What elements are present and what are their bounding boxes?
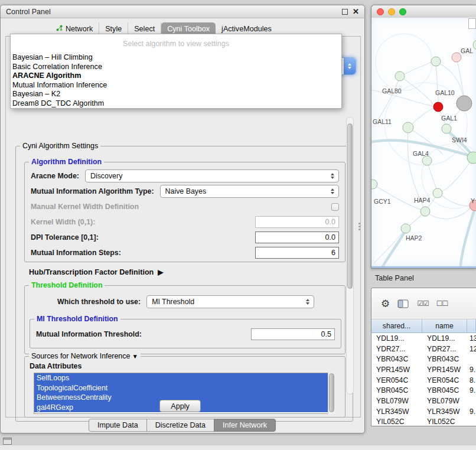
tab-label: Select xyxy=(134,25,155,33)
network-node[interactable] xyxy=(457,96,472,111)
kernel-width-field[interactable] xyxy=(255,216,339,228)
control-panel-titlebar[interactable]: Control Panel ✕ xyxy=(1,5,364,18)
minimize-traffic-light-icon[interactable] xyxy=(388,8,395,15)
table-row[interactable]: YIL052CYIL052C xyxy=(371,417,476,427)
column-header-extra[interactable] xyxy=(467,319,476,332)
algorithm-option-basic-correlation-inference[interactable]: Basic Correlation Inference xyxy=(11,63,341,72)
network-edge[interactable] xyxy=(380,230,406,268)
mi-type-value: Naive Bayes xyxy=(165,187,207,195)
network-edge[interactable] xyxy=(457,57,464,96)
column-header-shared-[interactable]: shared... xyxy=(371,319,422,332)
data-attribute-item-selfloops[interactable]: SelfLoops xyxy=(34,373,334,383)
network-node[interactable] xyxy=(442,124,451,133)
column-header-name[interactable]: name xyxy=(422,319,467,332)
network-node[interactable] xyxy=(420,207,430,216)
network-edge[interactable] xyxy=(374,229,406,263)
table-cell: YLR345W xyxy=(422,407,467,416)
table-cell: 9. xyxy=(467,407,476,416)
which-threshold-row: Which threshold to use: MI Threshold xyxy=(25,294,345,309)
network-canvas[interactable]: GAL80GAL10GAL11GAL1SWI4GAL4GCY1HAP4HAP2G… xyxy=(371,18,476,268)
threshold-definition-group: Threshold Definition Which threshold to … xyxy=(24,285,345,354)
combo-arrows-icon xyxy=(328,185,336,197)
sources-title-text: Sources for Network Inference xyxy=(31,352,130,360)
network-overview-box[interactable] xyxy=(468,18,476,29)
listbox-scrollbar[interactable] xyxy=(328,373,335,414)
threshold-definition-title: Threshold Definition xyxy=(29,281,105,289)
close-icon[interactable]: ✕ xyxy=(353,8,359,15)
network-window-titlebar[interactable] xyxy=(371,5,476,18)
panel-splitter-handle[interactable] xyxy=(357,219,361,233)
mi-steps-row: Mutual Information Steps: xyxy=(25,245,345,260)
table-row[interactable]: YBL079WYBL079W xyxy=(371,396,476,406)
network-node[interactable] xyxy=(452,53,461,62)
close-traffic-light-icon[interactable] xyxy=(377,8,384,15)
hub-transcription-section-toggle[interactable]: Hub/Transcription Factor Definition ▶ xyxy=(29,268,164,276)
manual-kernel-checkbox[interactable] xyxy=(331,203,339,211)
table-row[interactable]: YDR27...YDR27...12 xyxy=(371,344,476,354)
table-row[interactable]: YDL19...YDL19...13 xyxy=(371,333,476,344)
bottom-tab-impute-data[interactable]: Impute Data xyxy=(89,419,147,432)
table-row[interactable]: YLR345WYLR345W9. xyxy=(371,406,476,417)
network-edge[interactable] xyxy=(441,158,473,192)
network-node[interactable] xyxy=(401,224,410,233)
tab-label: Cyni Toolbox xyxy=(167,25,210,33)
node-label-gal11: GAL11 xyxy=(373,118,392,125)
network-edge[interactable] xyxy=(376,76,400,123)
table-row[interactable]: YBR043CYBR043C xyxy=(371,354,476,364)
minimized-panel-icon[interactable] xyxy=(3,438,12,445)
algorithm-option-bayesian-hill-climbing[interactable]: Bayesian – Hill Climbing xyxy=(11,53,341,63)
float-window-icon[interactable] xyxy=(342,9,348,15)
table-row[interactable]: YBR045CYBR045C9. xyxy=(371,385,476,396)
expand-right-icon: ▶ xyxy=(158,268,163,276)
network-node[interactable] xyxy=(403,122,413,133)
algorithm-option-aracne-algorithm[interactable]: ARACNE Algorithm xyxy=(11,71,341,81)
which-threshold-label: Which threshold to use: xyxy=(57,298,141,306)
network-edge[interactable] xyxy=(425,208,471,219)
network-node[interactable] xyxy=(371,180,377,189)
network-node[interactable] xyxy=(467,152,476,164)
gear-icon[interactable]: ⚙ xyxy=(381,299,390,309)
deselect-all-checks-icon[interactable]: ☐☐ xyxy=(436,299,448,308)
algorithm-option-mutual-information-inference[interactable]: Mutual Information Inference xyxy=(11,81,341,90)
bottom-tab-discretize-data[interactable]: Discretize Data xyxy=(146,419,214,432)
table-panel-title: Table Panel xyxy=(375,274,414,282)
bottom-tab-infer-network[interactable]: Infer Network xyxy=(214,419,276,432)
network-edge[interactable] xyxy=(371,89,433,106)
mi-type-select[interactable]: Naive Bayes xyxy=(160,185,339,198)
aracne-mode-select[interactable]: Discovery xyxy=(85,169,339,182)
table-row[interactable]: YER054CYER054C8. xyxy=(371,375,476,386)
dpi-tolerance-field[interactable] xyxy=(255,231,339,243)
tab-label: jActiveModules xyxy=(221,25,272,33)
apply-button[interactable]: Apply xyxy=(159,400,201,412)
algorithm-definition-group: Algorithm Definition Aracne Mode: Discov… xyxy=(24,162,345,262)
zoom-traffic-light-icon[interactable] xyxy=(399,8,406,15)
algorithm-dropdown-popup: Select algorithm to view settings Bayesi… xyxy=(10,34,342,109)
data-attribute-item-topologicalcoefficient[interactable]: TopologicalCoefficient xyxy=(34,383,334,393)
network-node[interactable] xyxy=(431,57,441,66)
table-cell: 9. xyxy=(467,366,476,374)
mi-threshold-field[interactable] xyxy=(251,328,335,340)
network-node[interactable] xyxy=(433,188,442,198)
scrollbar-thumb[interactable] xyxy=(347,123,353,289)
network-edge[interactable] xyxy=(400,62,432,76)
network-edge[interactable] xyxy=(407,128,423,207)
network-edge[interactable] xyxy=(460,207,475,268)
table-row[interactable]: YPR145WYPR145W9. xyxy=(371,364,476,375)
network-node[interactable] xyxy=(433,102,443,112)
mi-type-row: Mutual Information Algorithm Type: Naive… xyxy=(25,184,345,199)
table-cell: YDL19... xyxy=(371,334,422,343)
table-cell: YER054C xyxy=(371,376,422,384)
network-node[interactable] xyxy=(473,40,476,50)
sources-group-title[interactable]: Sources for Network Inference ▼ xyxy=(29,352,141,360)
table-cell: YPR145W xyxy=(422,366,467,374)
which-threshold-select[interactable]: MI Threshold xyxy=(146,295,314,308)
algorithm-option-dream8-dc-tdc-algorithm[interactable]: Dream8 DC_TDC Algorithm xyxy=(11,99,341,109)
mi-steps-field[interactable] xyxy=(255,247,339,259)
select-all-checks-icon[interactable]: ☑☑ xyxy=(417,299,429,308)
settings-scrollbar[interactable] xyxy=(346,117,354,394)
column-selector-icon[interactable] xyxy=(397,299,409,308)
network-node[interactable] xyxy=(395,71,405,81)
table-cell: YBR045C xyxy=(422,386,467,394)
algorithm-option-bayesian-k2[interactable]: Bayesian – K2 xyxy=(11,90,341,99)
network-node[interactable] xyxy=(422,156,432,165)
